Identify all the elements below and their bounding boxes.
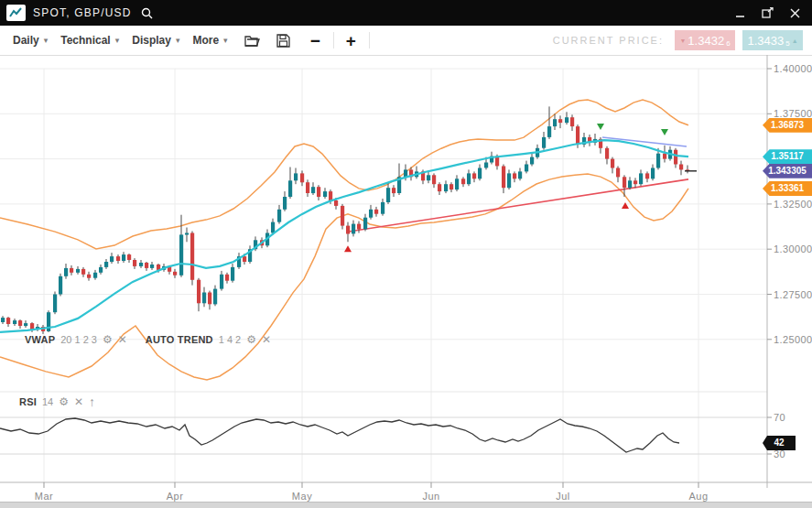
- price-axis-label: 1.30000: [774, 243, 812, 254]
- close-icon[interactable]: ✕: [118, 333, 127, 346]
- month-axis-label: Jun: [422, 491, 439, 502]
- chevron-down-icon: ▾: [44, 36, 49, 45]
- current-price-label: CURRENT PRICE:: [553, 35, 664, 46]
- zoom-in-button[interactable]: +: [346, 32, 356, 49]
- search-icon[interactable]: [141, 7, 153, 19]
- price-axis-label: 1.32500: [774, 199, 812, 210]
- menu-display[interactable]: Display▾: [132, 34, 179, 47]
- minimize-button[interactable]: [733, 8, 746, 18]
- price-marker-badge: 1.36873: [763, 118, 812, 133]
- bottom-scrollbar[interactable]: [0, 502, 812, 508]
- gear-icon[interactable]: ⚙: [246, 333, 256, 346]
- app-logo-icon: [6, 5, 26, 21]
- vwap-legend-params: 20 1 2 3: [60, 334, 97, 345]
- close-icon[interactable]: ✕: [262, 333, 271, 346]
- menu-display-label: Display: [132, 34, 171, 47]
- move-pane-up-icon[interactable]: ↑: [89, 395, 95, 409]
- auto-trend-legend-params: 1 4 2: [219, 334, 241, 345]
- menu-more-label: More: [192, 34, 219, 47]
- ask-price-badge: 1.3433 5 ▲: [742, 30, 803, 50]
- title-bar: SPOT, GBP/USD: [0, 0, 812, 26]
- month-axis-label: May: [292, 491, 312, 502]
- close-button[interactable]: [788, 8, 801, 18]
- month-axis-label: Mar: [35, 491, 53, 502]
- month-axis-label: Jul: [556, 491, 570, 502]
- price-down-arrow-icon: ▼: [679, 38, 686, 44]
- current-price-panel: CURRENT PRICE: ▼ 1.3432 6 1.3433 5 ▲: [553, 30, 812, 50]
- ask-price-pip: 5: [785, 39, 789, 50]
- open-folder-icon[interactable]: [244, 34, 260, 47]
- popout-button[interactable]: [761, 7, 774, 18]
- price-axis-label: 1.27500: [774, 289, 812, 300]
- rsi-value-badge: 42: [763, 436, 796, 450]
- menu-more[interactable]: More▾: [192, 34, 227, 47]
- save-icon[interactable]: [276, 34, 290, 48]
- menu-technical-label: Technical: [60, 34, 110, 47]
- price-axis-label: 1.37500: [774, 108, 812, 119]
- bid-price-value: 1.3432: [687, 34, 724, 48]
- price-marker-badge: 1.343305: [763, 164, 812, 178]
- chart-window: { "window": { "title": "SPOT, GBP/USD" }…: [0, 0, 812, 508]
- ask-price-value: 1.3433: [747, 34, 784, 48]
- menu-daily-label: Daily: [13, 34, 39, 47]
- rsi-legend-params: 14: [42, 396, 53, 407]
- close-icon[interactable]: ✕: [74, 395, 83, 408]
- month-axis-label: Aug: [688, 491, 708, 502]
- window-title: SPOT, GBP/USD: [33, 6, 132, 19]
- bid-price-badge: ▼ 1.3432 6: [675, 30, 735, 50]
- window-controls: [733, 7, 812, 18]
- price-marker-badge: 1.35117: [763, 149, 812, 164]
- gear-icon[interactable]: ⚙: [103, 333, 113, 346]
- toolbar-separator: [333, 32, 334, 49]
- toolbar-separator: [369, 32, 370, 49]
- gear-icon[interactable]: ⚙: [59, 395, 69, 408]
- toolbar: Daily▾ Technical▾ Display▾ More▾ − + CUR…: [0, 26, 812, 56]
- zoom-out-button[interactable]: −: [310, 32, 320, 49]
- auto-trend-legend-label: AUTO TREND: [146, 334, 213, 345]
- month-axis-label: Apr: [167, 491, 184, 502]
- chevron-down-icon: ▾: [115, 36, 120, 45]
- bid-price-pip: 6: [726, 39, 730, 50]
- vwap-legend-label: VWAP: [25, 334, 55, 345]
- price-marker-badge: 1.33361: [763, 181, 812, 196]
- rsi-legend-label: RSI: [19, 396, 37, 407]
- chevron-down-icon: ▾: [176, 36, 180, 45]
- price-pane-legend: VWAP 20 1 2 3 ⚙ ✕ AUTO TREND 1 4 2 ⚙ ✕: [25, 333, 271, 346]
- rsi-axis-label: 70: [774, 412, 785, 423]
- menu-technical[interactable]: Technical▾: [60, 34, 119, 47]
- price-axis-label: 1.40000: [774, 63, 812, 74]
- price-up-arrow-icon: ▲: [792, 38, 798, 44]
- rsi-legend: RSI 14 ⚙ ✕ ↑: [19, 395, 95, 409]
- price-axis-label: 1.25000: [774, 334, 812, 345]
- price-chart[interactable]: [0, 55, 812, 508]
- menu-daily[interactable]: Daily▾: [13, 34, 48, 47]
- chevron-down-icon: ▾: [223, 36, 228, 45]
